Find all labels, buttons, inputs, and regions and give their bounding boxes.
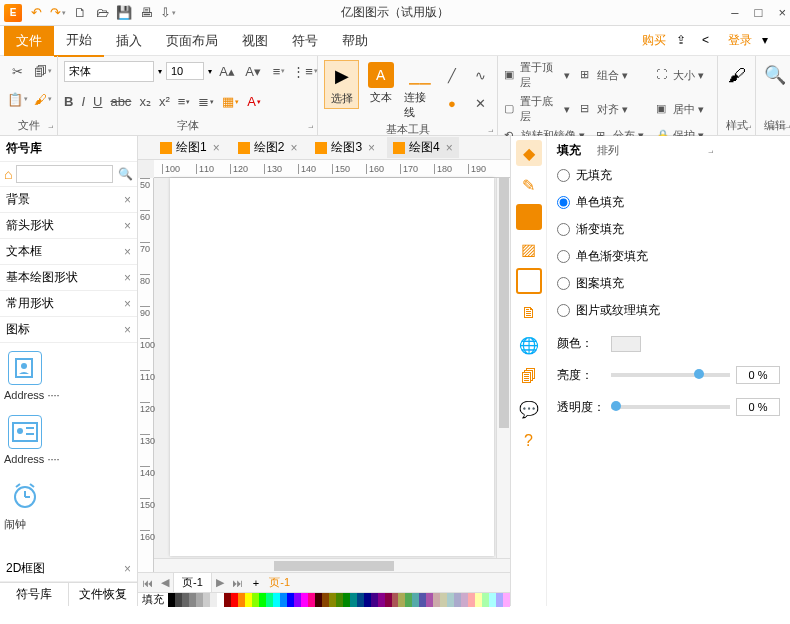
font-size-select[interactable]: 10 xyxy=(166,62,204,80)
color-swatch[interactable] xyxy=(392,593,399,607)
color-swatch[interactable] xyxy=(350,593,357,607)
color-swatch[interactable] xyxy=(224,593,231,607)
color-swatch[interactable] xyxy=(322,593,329,607)
crop-tool-button[interactable]: ✕ xyxy=(469,92,491,114)
opacity-slider[interactable] xyxy=(611,405,730,409)
color-swatch[interactable] xyxy=(259,593,266,607)
close-icon[interactable]: × xyxy=(124,562,131,576)
color-swatch[interactable] xyxy=(398,593,405,607)
page-last-button[interactable]: ⏭ xyxy=(228,577,247,589)
close-icon[interactable]: × xyxy=(124,219,131,233)
color-swatch[interactable] xyxy=(217,593,224,607)
opacity-value[interactable]: 0 % xyxy=(736,398,780,416)
tab-drawing-1[interactable]: 绘图1× xyxy=(154,137,226,158)
menu-layout[interactable]: 页面布局 xyxy=(154,26,230,56)
cat-textbox[interactable]: 文本框× xyxy=(0,239,137,265)
bold-button[interactable]: B xyxy=(64,94,73,109)
shape-address-card[interactable]: Address ···· xyxy=(4,411,133,465)
style-button[interactable]: 🖌 xyxy=(722,60,752,90)
color-swatch[interactable] xyxy=(336,593,343,607)
line-panel-icon[interactable]: ✎ xyxy=(516,172,542,198)
color-swatch[interactable] xyxy=(329,593,336,607)
line-tool-button[interactable]: ╱ xyxy=(441,64,463,86)
cat-basic-shapes[interactable]: 基本绘图形状× xyxy=(0,265,137,291)
color-swatch[interactable] xyxy=(301,593,308,607)
page-prev-button[interactable]: ◀ xyxy=(157,576,173,589)
close-tab-icon[interactable]: × xyxy=(446,141,453,155)
menu-file[interactable]: 文件 xyxy=(4,26,54,56)
color-preview[interactable] xyxy=(611,336,641,352)
color-swatch[interactable] xyxy=(175,593,182,607)
line-spacing-button[interactable]: ≡ xyxy=(268,60,290,82)
color-swatch[interactable] xyxy=(238,593,245,607)
close-icon[interactable]: × xyxy=(124,323,131,337)
color-swatch[interactable] xyxy=(343,593,350,607)
color-swatch[interactable] xyxy=(168,593,175,607)
center-button[interactable]: ▣居中▾ xyxy=(656,94,722,124)
send-to-back-button[interactable]: ▢置于底层▾ xyxy=(504,94,570,124)
color-swatch[interactable] xyxy=(371,593,378,607)
paste-button[interactable]: 📋 xyxy=(6,88,28,110)
color-swatch[interactable] xyxy=(433,593,440,607)
undo-button[interactable]: ↶ xyxy=(28,5,44,21)
color-swatch[interactable] xyxy=(273,593,280,607)
shape-alarm-clock[interactable]: 闹钟 xyxy=(4,475,133,532)
color-swatch[interactable] xyxy=(419,593,426,607)
close-tab-icon[interactable]: × xyxy=(290,141,297,155)
bullets-button[interactable]: ⋮≡ xyxy=(294,60,316,82)
color-swatch[interactable] xyxy=(294,593,301,607)
layer-panel-icon[interactable]: 🗐 xyxy=(516,364,542,390)
fill-option[interactable]: 渐变填充 xyxy=(557,221,780,238)
horizontal-scrollbar[interactable] xyxy=(154,558,510,572)
save-button[interactable]: 💾 xyxy=(116,5,132,21)
text-tool-button[interactable]: A 文本 xyxy=(363,60,398,107)
fill-option[interactable]: 图案填充 xyxy=(557,275,780,292)
cat-2d-frame[interactable]: 2D框图× xyxy=(0,556,137,582)
page-panel-icon[interactable]: 🗎 xyxy=(516,300,542,326)
tab-symbol-library[interactable]: 符号库 xyxy=(0,583,69,606)
color-swatch[interactable] xyxy=(461,593,468,607)
grow-font-button[interactable]: A▴ xyxy=(216,60,238,82)
color-swatch[interactable] xyxy=(385,593,392,607)
format-painter-button[interactable]: 🖌 xyxy=(32,88,54,110)
superscript-button[interactable]: x² xyxy=(159,94,170,109)
color-swatch[interactable] xyxy=(378,593,385,607)
close-icon[interactable]: × xyxy=(124,245,131,259)
home-icon[interactable]: ⌂ xyxy=(4,166,12,182)
size-dropdown-icon[interactable]: ▾ xyxy=(208,67,212,76)
color-swatch[interactable] xyxy=(308,593,315,607)
fill-option[interactable]: 图片或纹理填充 xyxy=(557,302,780,319)
italic-button[interactable]: I xyxy=(81,94,85,109)
color-swatch[interactable] xyxy=(196,593,203,607)
color-swatch[interactable] xyxy=(231,593,238,607)
close-tab-icon[interactable]: × xyxy=(213,141,220,155)
color-swatch[interactable] xyxy=(357,593,364,607)
group-button[interactable]: ⊞组合▾ xyxy=(580,60,646,90)
strike-button[interactable]: abc xyxy=(110,94,131,109)
search-input[interactable] xyxy=(16,165,113,183)
tab-drawing-4[interactable]: 绘图4× xyxy=(387,137,459,158)
align-button2[interactable]: ⊟对齐▾ xyxy=(580,94,646,124)
color-swatch[interactable] xyxy=(496,593,503,607)
social-icon[interactable]: < xyxy=(702,33,718,49)
color-swatch[interactable] xyxy=(266,593,273,607)
print-button[interactable]: 🖶 xyxy=(138,5,154,21)
size-button[interactable]: ⛶大小▾ xyxy=(656,60,722,90)
color-swatch[interactable] xyxy=(210,593,217,607)
page-first-button[interactable]: ⏮ xyxy=(138,577,157,589)
new-button[interactable]: 🗋 xyxy=(72,5,88,21)
web-panel-icon[interactable]: 🌐 xyxy=(516,332,542,358)
color-swatch[interactable] xyxy=(405,593,412,607)
bring-to-front-button[interactable]: ▣置于顶层▾ xyxy=(504,60,570,90)
close-button[interactable]: × xyxy=(778,5,786,20)
solid-fill-icon[interactable] xyxy=(516,204,542,230)
color-swatch[interactable] xyxy=(252,593,259,607)
list-button[interactable]: ≣ xyxy=(198,94,214,109)
cat-arrows[interactable]: 箭头形状× xyxy=(0,213,137,239)
color-swatch[interactable] xyxy=(364,593,371,607)
comment-panel-icon[interactable]: 💬 xyxy=(516,396,542,422)
brightness-slider[interactable] xyxy=(611,373,730,377)
tab-file-recovery[interactable]: 文件恢复 xyxy=(69,583,137,606)
scroll-thumb[interactable] xyxy=(499,178,509,428)
color-swatch[interactable] xyxy=(468,593,475,607)
